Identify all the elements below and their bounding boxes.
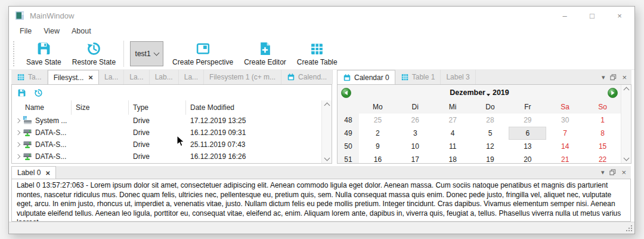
column-header-name[interactable]: Name: [12, 100, 72, 115]
minimize-button[interactable]: –: [551, 7, 578, 24]
calendar-day[interactable]: 12: [472, 140, 509, 153]
log-text: Label 0 13:57:27:063 - Lorem ipsum dolor…: [12, 179, 630, 222]
calendar-day[interactable]: 14: [546, 140, 584, 153]
dock-menu-button[interactable]: ▾: [601, 168, 605, 176]
month-dropdown-icon[interactable]: [487, 94, 490, 96]
scroll-up-icon[interactable]: [623, 87, 629, 93]
label-content: Label 0 13:57:27:063 - Lorem ipsum dolor…: [11, 179, 631, 222]
dock-close-button[interactable]: ×: [621, 168, 626, 177]
create-table-button[interactable]: Create Table: [292, 40, 343, 68]
calendar-scrollbar[interactable]: [621, 85, 631, 163]
tab-calendar[interactable]: Calend...: [281, 70, 333, 84]
tab-calendar-0[interactable]: Calendar 0: [337, 70, 395, 85]
calendar-day[interactable]: 15: [584, 140, 621, 153]
tab-label-a[interactable]: La...: [99, 70, 124, 84]
month-label[interactable]: Dezember: [450, 88, 485, 97]
calendar-day[interactable]: 22: [584, 153, 621, 164]
calendar-day[interactable]: 9: [359, 140, 397, 153]
calendar-day[interactable]: 3: [397, 127, 434, 140]
create-editor-button[interactable]: Create Editor: [239, 40, 292, 68]
tab-table-1[interactable]: Table 1: [395, 70, 441, 84]
tab-label: Filesyst...: [54, 73, 84, 82]
calendar-day[interactable]: 11: [434, 140, 472, 153]
day-header: Fr: [509, 100, 546, 114]
calendar-day[interactable]: 27: [434, 114, 472, 127]
calendar-day[interactable]: 29: [509, 114, 546, 127]
tree-scrollbar[interactable]: [321, 100, 332, 163]
scroll-up-icon[interactable]: [324, 103, 330, 109]
column-header-size[interactable]: Size: [72, 100, 129, 115]
network-drive-icon: [23, 152, 32, 161]
calendar-day[interactable]: 16: [359, 153, 397, 164]
maximize-button[interactable]: □: [578, 7, 606, 24]
tab-label: Filesystem 1 (c+ m...: [209, 73, 275, 81]
calendar-day[interactable]: 19: [472, 153, 509, 164]
calendar-day[interactable]: 2: [359, 127, 397, 140]
dock-float-icon[interactable]: [610, 74, 617, 81]
expand-chevron-icon[interactable]: [16, 142, 20, 147]
calendar-day[interactable]: 25: [359, 114, 397, 127]
calendar-day[interactable]: 20: [509, 153, 546, 164]
scroll-down-icon[interactable]: [324, 155, 330, 161]
prev-month-button[interactable]: [341, 88, 351, 98]
calendar-content: Dezember2019 Mo Di Mi Do Fr Sa So 48 25 …: [337, 84, 631, 164]
calendar-day[interactable]: 17: [397, 153, 434, 164]
calendar-day[interactable]: 10: [397, 140, 434, 153]
column-header-type[interactable]: Type: [129, 100, 186, 115]
calendar-day[interactable]: 7: [546, 127, 584, 140]
calendar-day[interactable]: 18: [434, 153, 472, 164]
tab-filesystem-1[interactable]: Filesystem 1 (c+ m...: [204, 70, 281, 84]
menu-file[interactable]: File: [14, 26, 38, 36]
tab-label-d[interactable]: La...: [179, 70, 204, 84]
size-grip[interactable]: [626, 225, 633, 232]
tab-close-icon[interactable]: ×: [88, 73, 93, 82]
tab-label-b[interactable]: La...: [124, 70, 149, 84]
calendar-day[interactable]: 1: [584, 114, 621, 127]
menu-about[interactable]: About: [66, 26, 97, 36]
restore-icon[interactable]: [34, 88, 43, 97]
dock-float-icon[interactable]: [609, 169, 616, 176]
save-icon[interactable]: [17, 88, 26, 97]
calendar-day[interactable]: 13: [509, 140, 546, 153]
dock-close-button[interactable]: ×: [622, 73, 627, 82]
year-label[interactable]: 2019: [493, 88, 509, 97]
tab-label-c[interactable]: Lab...: [150, 70, 179, 84]
calendar-title[interactable]: Dezember2019: [355, 88, 604, 97]
close-button[interactable]: ×: [606, 7, 633, 24]
calendar-day[interactable]: 8: [584, 127, 621, 140]
calendar-day[interactable]: 21: [546, 153, 584, 164]
calendar-day-selected[interactable]: 6: [509, 127, 546, 140]
column-header-date[interactable]: Date Modified: [186, 100, 322, 115]
tab-close-icon[interactable]: ×: [45, 168, 50, 177]
table-row[interactable]: DATA-S... Drive 16.12.2019 09:31: [12, 127, 322, 139]
tab-table-0[interactable]: Ta...: [11, 70, 48, 84]
calendar-day[interactable]: 5: [472, 127, 509, 140]
calendar-day[interactable]: 28: [472, 114, 509, 127]
expand-chevron-icon[interactable]: [16, 118, 20, 123]
dock-menu-button[interactable]: ▾: [602, 73, 605, 81]
create-perspective-button[interactable]: Create Perspective: [167, 40, 239, 68]
toolbar-drag-handle[interactable]: [13, 41, 16, 66]
menu-view[interactable]: View: [38, 26, 66, 36]
day-header: Sa: [546, 100, 584, 114]
tab-label-0[interactable]: Label 0 ×: [11, 166, 56, 179]
next-month-button[interactable]: [608, 88, 618, 98]
day-header: Mo: [359, 100, 397, 114]
calendar-day[interactable]: 4: [434, 127, 472, 140]
filesystem-toolbar: [12, 85, 332, 100]
calendar-day[interactable]: 30: [546, 114, 584, 127]
table-row[interactable]: DATA-S... Drive 25.11.2019 07:43: [12, 139, 322, 151]
table-row[interactable]: DATA-S... Drive 16.12.2019 16:26: [12, 151, 322, 163]
week-number: 51: [338, 153, 359, 164]
scroll-down-icon[interactable]: [623, 155, 629, 161]
expand-chevron-icon[interactable]: [16, 154, 20, 159]
tab-filesystem-0[interactable]: Filesyst... ×: [48, 70, 99, 85]
expand-chevron-icon[interactable]: [16, 130, 20, 135]
calendar-day[interactable]: 26: [397, 114, 434, 127]
table-row[interactable]: System ... Drive 17.12.2019 13:25: [12, 115, 322, 127]
save-state-button[interactable]: Save State: [21, 40, 67, 68]
restore-state-button[interactable]: Restore State: [67, 40, 121, 68]
perspective-combobox[interactable]: test1: [130, 41, 163, 66]
tab-label-3[interactable]: Label 3: [441, 70, 475, 84]
left-dock-tab-bar: Ta... Filesyst... × La... La... Lab... L…: [11, 70, 332, 85]
